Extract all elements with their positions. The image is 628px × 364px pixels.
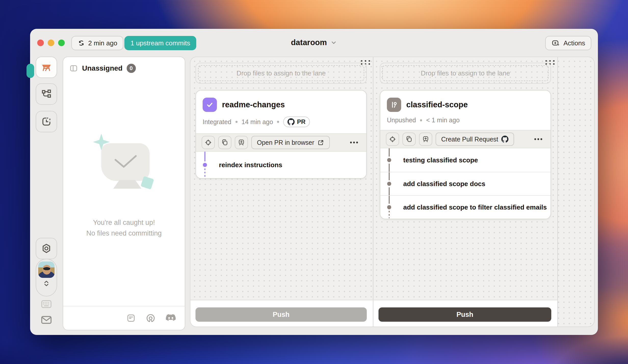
branch-card-readme-changes: readme-changes Integrated 14 min ago PR [195,90,367,179]
lane-footer: Push [373,300,557,327]
branch-name: classified-scope [406,100,468,109]
minimize-window-button[interactable] [48,40,54,46]
commit-rail [389,148,390,157]
sidebar-item-branches[interactable] [36,83,57,105]
commit-dot-icon [387,205,391,209]
split-panel-icon [69,64,78,73]
sidebar-item-workspace[interactable] [36,57,57,78]
commit-rail [389,196,390,204]
new-dependent-branch-icon [238,139,245,146]
monitor-stand-shape [113,180,141,189]
commit-row[interactable]: add classified scope docs [380,172,551,195]
github-icon [287,118,295,125]
notes-icon[interactable] [126,313,136,323]
pr-badge-label: PR [297,118,305,125]
branch-card-header[interactable]: classified-scope Unpushed < 1 min ago [380,90,551,130]
create-pr-button[interactable]: Create Pull Request [436,133,514,146]
project-name: dataroom [291,38,327,47]
settings-gear-icon [41,243,52,254]
commit-row[interactable]: reindex instructions [196,152,366,178]
target-icon [389,135,396,143]
history-icon [41,116,52,127]
commit-rail [389,172,390,180]
actions-button[interactable]: Actions [545,36,591,50]
target-icon [204,139,212,146]
profile-switcher[interactable] [36,259,57,296]
sidebar-item-settings[interactable] [36,238,57,259]
open-source-icon[interactable] [146,313,156,323]
copy-branch-button[interactable] [402,133,416,146]
unassigned-title: Unassigned [82,64,123,72]
meta-separator [236,121,238,123]
empty-state-title: You're all caught up! [86,217,162,228]
commit-dot-icon [387,182,391,186]
drop-zone-hint: Drop files to assign to the lane [421,69,510,77]
fetch-time-label: 2 min ago [88,39,117,47]
drop-zone[interactable]: Drop files to assign to the lane [195,63,367,84]
branch-menu-button[interactable] [347,139,361,146]
new-dependent-branch-button[interactable] [235,136,248,149]
commit-row[interactable]: add classified scope to filter classifie… [380,195,551,219]
unassigned-panel: Unassigned 0 You're all caught up! No fi… [63,57,185,330]
assign-target-button[interactable] [202,136,215,149]
gitbutler-window: 2 min ago 1 upstream commits dataroom Ac… [30,29,598,335]
actions-label: Actions [564,39,585,47]
ellipsis-icon [349,139,359,146]
window-topbar: 2 min ago 1 upstream commits dataroom Ac… [30,29,598,57]
meta-separator [277,121,279,123]
lane-divider[interactable] [373,57,373,327]
copy-icon [221,139,229,146]
commit-dot-icon [203,163,207,167]
copy-branch-button[interactable] [218,136,231,149]
empty-state-subtitle: No files need committing [86,228,162,239]
branch-icon [387,98,401,112]
branch-card-classified-scope: classified-scope Unpushed < 1 min ago [380,90,551,219]
push-button-classified-scope[interactable]: Push [378,307,551,322]
traffic-lights [37,40,65,46]
commit-list: testing classified scope add classified … [380,148,551,219]
commit-rail [204,152,205,161]
branch-status: Unpushed [387,116,416,124]
project-switcher[interactable]: dataroom [291,38,337,47]
sidebar [30,57,63,335]
open-pr-label: Open PR in browser [257,139,314,146]
branch-card-header[interactable]: readme-changes Integrated 14 min ago PR [196,90,366,133]
lane-footer: Push [190,300,373,327]
zoom-window-button[interactable] [58,40,65,46]
commit-dot-icon [387,158,391,162]
commit-row[interactable]: testing classified scope [380,148,551,172]
assign-target-button[interactable] [386,133,399,146]
lane-divider[interactable] [557,57,558,327]
discord-icon[interactable] [165,314,176,323]
drop-zone[interactable]: Drop files to assign to the lane [380,63,551,84]
push-button-readme-changes: Push [195,307,367,322]
lanes-viewport: Drop files to assign to the lane Drop fi… [190,57,595,327]
unassigned-footer [63,306,185,330]
branches-icon [41,88,52,100]
empty-state: You're all caught up! No files need comm… [63,134,185,239]
close-window-button[interactable] [37,40,44,46]
branch-name: readme-changes [222,100,285,109]
open-pr-button[interactable]: Open PR in browser [251,136,330,149]
fetch-status-button[interactable]: 2 min ago [71,36,123,50]
unassigned-count-badge: 0 [127,64,136,73]
pr-badge[interactable]: PR [283,116,310,127]
upstream-commits-button[interactable]: 1 upstream commits [124,36,196,50]
integrated-check-icon [203,98,217,112]
keyboard-shortcuts-button[interactable] [39,299,54,309]
external-link-icon [317,139,324,146]
user-avatar [38,262,55,278]
meta-separator [420,119,422,121]
caught-up-illustration [91,134,157,210]
feedback-button[interactable] [39,315,54,325]
drop-zone-hint: Drop files to assign to the lane [237,69,326,77]
branch-toolbar: Open PR in browser [196,133,366,152]
branch-menu-button[interactable] [532,135,545,143]
branch-updated-time: 14 min ago [242,118,273,126]
commit-list: reindex instructions [196,152,366,178]
commit-rail [389,187,390,195]
sidebar-item-history[interactable] [36,111,57,132]
create-pr-label: Create Pull Request [441,136,498,143]
new-dependent-branch-button[interactable] [419,133,432,146]
commit-message: add classified scope to filter classifie… [403,203,547,211]
